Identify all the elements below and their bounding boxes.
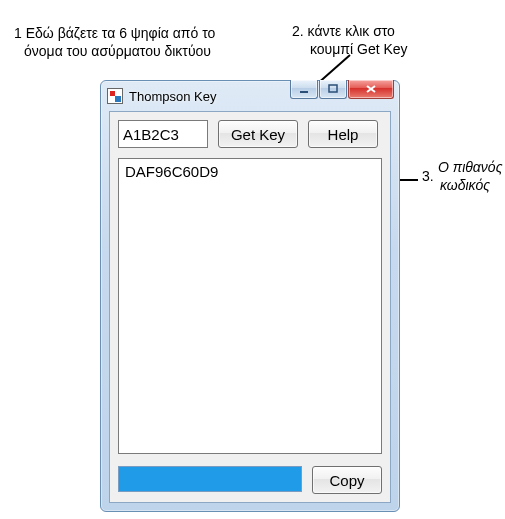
minimize-icon <box>299 84 309 94</box>
status-bar <box>118 466 302 492</box>
svg-rect-2 <box>300 91 308 93</box>
annotation-3-line2: κωδικός <box>440 176 490 195</box>
annotation-3-number: 3. <box>422 167 434 186</box>
close-button[interactable] <box>348 80 394 99</box>
digits-input[interactable] <box>118 120 208 148</box>
getkey-button[interactable]: Get Key <box>218 120 298 148</box>
minimize-button[interactable] <box>290 80 318 99</box>
svg-rect-3 <box>329 85 337 92</box>
titlebar[interactable]: Thompson Key <box>101 81 399 111</box>
annotation-2-line1: 2. κάντε κλικ στο <box>292 22 395 41</box>
window-controls <box>290 80 394 99</box>
app-icon <box>107 88 123 104</box>
bottom-row: Copy <box>118 466 382 494</box>
maximize-button[interactable] <box>319 80 347 99</box>
top-row: Get Key Help <box>118 120 382 148</box>
maximize-icon <box>328 84 338 94</box>
close-icon <box>365 84 377 94</box>
annotation-1-line2: όνομα του ασύρματου δικτύου <box>24 42 211 61</box>
annotation-2-line2: κουμπί Get Key <box>310 40 408 59</box>
copy-button[interactable]: Copy <box>312 466 382 494</box>
annotation-3-line1: Ο πιθανός <box>438 158 502 177</box>
annotation-1-line1: 1 Εδώ βάζετε τα 6 ψηφία από το <box>14 24 215 43</box>
app-window: Thompson Key Get Key Help DAF96C60D9 <box>100 80 400 512</box>
help-button[interactable]: Help <box>308 120 378 148</box>
client-area: Get Key Help DAF96C60D9 Copy <box>109 111 391 503</box>
result-textarea[interactable]: DAF96C60D9 <box>118 158 382 454</box>
